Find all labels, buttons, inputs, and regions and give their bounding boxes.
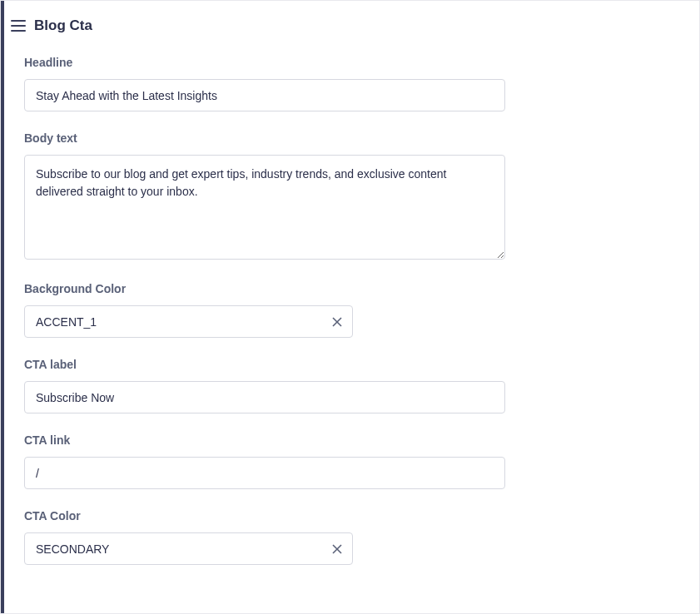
cta-label-input[interactable] xyxy=(24,381,505,413)
blog-cta-panel: Blog Cta Headline Body text Background C… xyxy=(0,0,700,614)
cta-color-select-wrapper: SECONDARY xyxy=(24,532,353,565)
headline-input[interactable] xyxy=(24,79,505,111)
background-color-label: Background Color xyxy=(24,282,505,295)
page-title: Blog Cta xyxy=(34,17,92,34)
cta-color-select[interactable]: SECONDARY xyxy=(24,532,353,565)
accent-bar xyxy=(1,1,4,613)
panel-header: Blog Cta xyxy=(1,1,699,46)
background-color-select-wrapper: ACCENT_1 xyxy=(24,305,353,338)
field-cta-label: CTA label xyxy=(24,358,505,413)
field-body-text: Body text xyxy=(24,131,505,262)
close-icon xyxy=(332,317,342,327)
field-headline: Headline xyxy=(24,56,505,111)
menu-icon[interactable] xyxy=(11,20,26,32)
cta-link-label: CTA link xyxy=(24,433,505,447)
headline-label: Headline xyxy=(24,56,505,69)
field-cta-color: CTA Color SECONDARY xyxy=(24,509,505,565)
form-content: Headline Body text Background Color ACCE… xyxy=(1,46,519,602)
cta-color-clear-button[interactable] xyxy=(330,542,345,557)
body-text-label: Body text xyxy=(24,131,505,145)
body-text-input[interactable] xyxy=(24,155,505,260)
field-background-color: Background Color ACCENT_1 xyxy=(24,282,505,338)
background-color-clear-button[interactable] xyxy=(330,314,345,329)
field-cta-link: CTA link xyxy=(24,433,505,489)
close-icon xyxy=(332,544,342,554)
cta-color-label: CTA Color xyxy=(24,509,505,522)
cta-label-label: CTA label xyxy=(24,358,505,371)
background-color-select[interactable]: ACCENT_1 xyxy=(24,305,353,338)
cta-link-input[interactable] xyxy=(24,457,505,489)
